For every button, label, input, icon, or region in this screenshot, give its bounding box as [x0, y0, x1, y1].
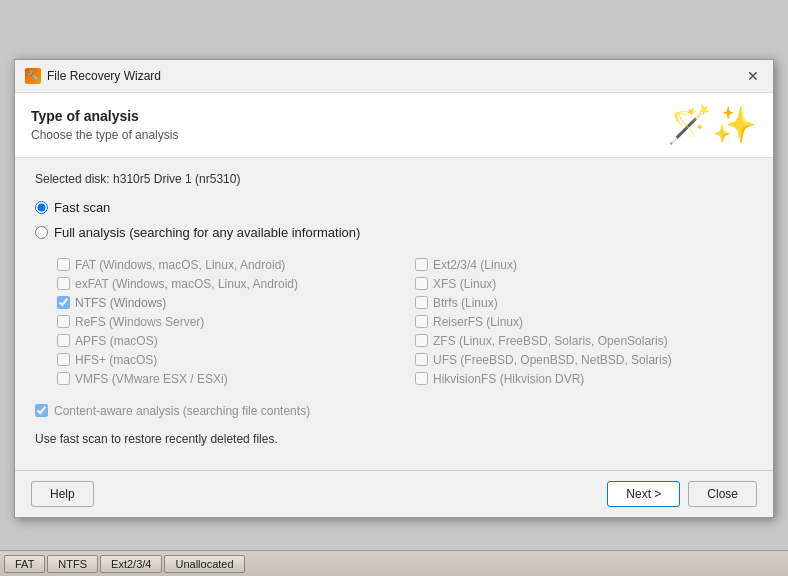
next-button[interactable]: Next >	[607, 481, 680, 507]
list-item: HFS+ (macOS)	[57, 353, 395, 367]
taskbar-item-ntfs[interactable]: NTFS	[47, 555, 98, 573]
content-aware-option: Content-aware analysis (searching file c…	[35, 404, 753, 418]
content-aware-label: Content-aware analysis (searching file c…	[54, 404, 310, 418]
fs-refs-label: ReFS (Windows Server)	[75, 315, 204, 329]
list-item: ReiserFS (Linux)	[415, 315, 753, 329]
fs-hikvision-label: HikvisionFS (Hikvision DVR)	[433, 372, 584, 386]
taskbar-item-ext[interactable]: Ext2/3/4	[100, 555, 162, 573]
info-text: Use fast scan to restore recently delete…	[35, 432, 753, 446]
list-item: Ext2/3/4 (Linux)	[415, 258, 753, 272]
fs-btrfs-checkbox[interactable]	[415, 296, 428, 309]
taskbar-item-unallocated[interactable]: Unallocated	[164, 555, 244, 573]
fs-fat-checkbox[interactable]	[57, 258, 70, 271]
wizard-sparkle-icon: 🪄✨	[667, 107, 757, 143]
fs-exfat-label: exFAT (Windows, macOS, Linux, Android)	[75, 277, 298, 291]
fs-xfs-label: XFS (Linux)	[433, 277, 496, 291]
header-section: Type of analysis Choose the type of anal…	[15, 93, 773, 158]
selected-disk-label: Selected disk: h310r5 Drive 1 (nr5310)	[35, 172, 753, 186]
fs-ntfs-label: NTFS (Windows)	[75, 296, 166, 310]
list-item: HikvisionFS (Hikvision DVR)	[415, 372, 753, 386]
taskbar: FAT NTFS Ext2/3/4 Unallocated	[0, 550, 788, 576]
fs-refs-checkbox[interactable]	[57, 315, 70, 328]
fs-ext-checkbox[interactable]	[415, 258, 428, 271]
fs-reiser-label: ReiserFS (Linux)	[433, 315, 523, 329]
title-bar-text: File Recovery Wizard	[47, 69, 161, 83]
footer-right: Next > Close	[607, 481, 757, 507]
fs-hikvision-checkbox[interactable]	[415, 372, 428, 385]
fs-hfsplus-label: HFS+ (macOS)	[75, 353, 157, 367]
fs-hfsplus-checkbox[interactable]	[57, 353, 70, 366]
wizard-icon: 🔧	[25, 68, 41, 84]
fs-zfs-checkbox[interactable]	[415, 334, 428, 347]
title-bar-left: 🔧 File Recovery Wizard	[25, 68, 161, 84]
list-item: APFS (macOS)	[57, 334, 395, 348]
fast-scan-radio[interactable]	[35, 201, 48, 214]
fs-vmfs-label: VMFS (VMware ESX / ESXi)	[75, 372, 228, 386]
fs-zfs-label: ZFS (Linux, FreeBSD, Solaris, OpenSolari…	[433, 334, 668, 348]
close-window-button[interactable]: ✕	[743, 66, 763, 86]
header-text: Type of analysis Choose the type of anal…	[31, 108, 178, 142]
filesystem-grid: FAT (Windows, macOS, Linux, Android) exF…	[57, 258, 753, 386]
footer-left: Help	[31, 481, 94, 507]
header-title: Type of analysis	[31, 108, 178, 124]
header-subtitle: Choose the type of analysis	[31, 128, 178, 142]
fs-apfs-label: APFS (macOS)	[75, 334, 158, 348]
fs-btrfs-label: Btrfs (Linux)	[433, 296, 498, 310]
list-item: ReFS (Windows Server)	[57, 315, 395, 329]
fs-reiser-checkbox[interactable]	[415, 315, 428, 328]
file-recovery-wizard: 🔧 File Recovery Wizard ✕ Type of analysi…	[14, 59, 774, 518]
list-item: exFAT (Windows, macOS, Linux, Android)	[57, 277, 395, 291]
fast-scan-label: Fast scan	[54, 200, 110, 215]
list-item: FAT (Windows, macOS, Linux, Android)	[57, 258, 395, 272]
fs-apfs-checkbox[interactable]	[57, 334, 70, 347]
list-item: XFS (Linux)	[415, 277, 753, 291]
fs-exfat-checkbox[interactable]	[57, 277, 70, 290]
fs-vmfs-checkbox[interactable]	[57, 372, 70, 385]
help-button[interactable]: Help	[31, 481, 94, 507]
list-item: UFS (FreeBSD, OpenBSD, NetBSD, Solaris)	[415, 353, 753, 367]
title-bar: 🔧 File Recovery Wizard ✕	[15, 60, 773, 93]
list-item: ZFS (Linux, FreeBSD, Solaris, OpenSolari…	[415, 334, 753, 348]
taskbar-item-fat[interactable]: FAT	[4, 555, 45, 573]
footer: Help Next > Close	[15, 471, 773, 517]
fs-fat-label: FAT (Windows, macOS, Linux, Android)	[75, 258, 285, 272]
full-analysis-option[interactable]: Full analysis (searching for any availab…	[35, 225, 753, 240]
list-item: VMFS (VMware ESX / ESXi)	[57, 372, 395, 386]
fs-ext-label: Ext2/3/4 (Linux)	[433, 258, 517, 272]
fs-ufs-label: UFS (FreeBSD, OpenBSD, NetBSD, Solaris)	[433, 353, 672, 367]
scan-type-group: Fast scan Full analysis (searching for a…	[35, 200, 753, 386]
content-area: Selected disk: h310r5 Drive 1 (nr5310) F…	[15, 158, 773, 460]
full-analysis-radio[interactable]	[35, 226, 48, 239]
fs-right-col: Ext2/3/4 (Linux) XFS (Linux) Btrfs (Linu…	[415, 258, 753, 386]
fs-left-col: FAT (Windows, macOS, Linux, Android) exF…	[57, 258, 395, 386]
list-item: NTFS (Windows)	[57, 296, 395, 310]
fast-scan-option[interactable]: Fast scan	[35, 200, 753, 215]
content-aware-checkbox[interactable]	[35, 404, 48, 417]
full-analysis-label: Full analysis (searching for any availab…	[54, 225, 360, 240]
fs-xfs-checkbox[interactable]	[415, 277, 428, 290]
close-button[interactable]: Close	[688, 481, 757, 507]
list-item: Btrfs (Linux)	[415, 296, 753, 310]
fs-ufs-checkbox[interactable]	[415, 353, 428, 366]
fs-ntfs-checkbox[interactable]	[57, 296, 70, 309]
